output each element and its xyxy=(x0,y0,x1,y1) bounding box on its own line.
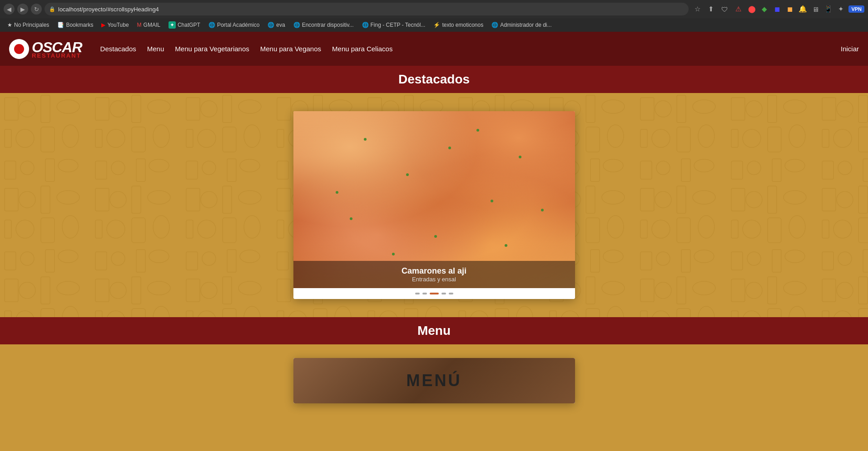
logo-text-group: OSCAR RESTAURANT xyxy=(32,39,82,59)
star-icon: ★ xyxy=(7,22,12,28)
bookmark-label: Administrador de di... xyxy=(500,22,551,28)
site-content: OSCAR RESTAURANT Destacados Menu Menu pa… xyxy=(0,32,868,417)
alert-icon[interactable]: ⚠ xyxy=(732,3,744,15)
gmail-icon: M xyxy=(137,22,142,28)
nav-menu[interactable]: Menu xyxy=(147,45,164,53)
ext-phone[interactable]: 📱 xyxy=(822,3,834,15)
back-button[interactable]: ◀ xyxy=(4,4,15,15)
herb-dot xyxy=(392,253,395,255)
bookmark-label: GMAIL xyxy=(144,22,160,28)
bookmark-label: Portal Académico xyxy=(217,22,259,28)
ext-green[interactable]: ◆ xyxy=(759,3,770,15)
address-bar[interactable]: 🔒 localhost/proyecto/#scrollspyHeading4 xyxy=(45,3,689,15)
carousel-caption: Camarones al aji Entradas y ensal xyxy=(293,261,575,288)
ext-monitor[interactable]: 🖥 xyxy=(809,3,821,15)
herb-dot xyxy=(406,173,409,176)
browser-topbar: ◀ ▶ ↻ 🔒 localhost/proyecto/#scrollspyHea… xyxy=(0,0,868,18)
bookmark-label: eva xyxy=(276,22,285,28)
reload-button[interactable]: ↻ xyxy=(31,4,42,15)
fing-icon: 🌐 xyxy=(362,22,369,28)
bookmark-label: Bookmarks xyxy=(66,22,93,28)
herb-dot xyxy=(491,200,493,202)
ext-orange[interactable]: ◼ xyxy=(784,3,796,15)
bookmark-youtube[interactable]: ▶ YouTube xyxy=(98,21,132,29)
herb-dot xyxy=(519,156,521,158)
lock-icon: 🔒 xyxy=(49,6,55,12)
ext-red[interactable]: ⬤ xyxy=(746,3,758,15)
browser-chrome: ◀ ▶ ↻ 🔒 localhost/proyecto/#scrollspyHea… xyxy=(0,0,868,32)
herb-dot xyxy=(541,209,544,211)
bookmark-no-principales[interactable]: ★ No Principales xyxy=(4,21,53,29)
herb-dot xyxy=(476,129,479,132)
herb-dot xyxy=(364,138,367,141)
bookmark-label: Fing - CETP - Tecnól... xyxy=(371,22,426,28)
bookmark-bookmarks[interactable]: 📑 Bookmarks xyxy=(54,21,97,29)
menu-header: Menu xyxy=(0,317,868,344)
destacados-bg: Camarones al aji Entradas y ensal xyxy=(0,93,868,317)
chatgpt-icon: ✦ xyxy=(169,21,176,29)
portal-icon: 🌐 xyxy=(208,22,215,28)
carousel-image: Camarones al aji Entradas y ensal xyxy=(293,111,575,288)
logo-area: OSCAR RESTAURANT xyxy=(9,39,82,59)
texto-icon: ⚡ xyxy=(433,22,440,28)
carousel-dot-2[interactable] xyxy=(422,293,427,294)
bookmark-gmail[interactable]: M GMAIL xyxy=(134,21,164,29)
eva-icon: 🌐 xyxy=(268,22,274,28)
menu-card-image: MENÚ xyxy=(293,358,575,403)
nav-destacados[interactable]: Destacados xyxy=(100,45,136,53)
carousel-dot-3[interactable] xyxy=(430,293,439,294)
nav-celiacos[interactable]: Menu para Celiacos xyxy=(332,45,392,53)
ext-star2[interactable]: ✦ xyxy=(835,3,847,15)
encontrar-icon: 🌐 xyxy=(293,22,300,28)
url-text: localhost/proyecto/#scrollspyHeading4 xyxy=(58,6,159,13)
herb-dot xyxy=(336,191,338,194)
destacados-title: Destacados xyxy=(0,72,868,87)
bookmark-chatgpt[interactable]: ✦ ChatGPT xyxy=(165,20,204,29)
ext-bell[interactable]: 🔔 xyxy=(797,3,808,15)
bookmark-button[interactable]: ☆ xyxy=(691,3,703,15)
carousel-dot-4[interactable] xyxy=(441,293,446,294)
bookmark-eva[interactable]: 🌐 eva xyxy=(264,21,288,29)
bookmark-label: ChatGPT xyxy=(178,22,200,28)
carousel-dot-1[interactable] xyxy=(415,293,420,294)
forward-button[interactable]: ▶ xyxy=(17,4,28,15)
carousel-dots xyxy=(293,288,575,299)
herb-dot xyxy=(448,147,451,149)
bookmark-label: texto emoticonos xyxy=(442,22,483,28)
bookmark-label: Encontrar dispositiv... xyxy=(302,22,354,28)
shield-icon[interactable]: 🛡 xyxy=(719,3,730,15)
bookmark-fing[interactable]: 🌐 Fing - CETP - Tecnól... xyxy=(358,21,429,29)
bookmark-portal[interactable]: 🌐 Portal Académico xyxy=(205,21,263,29)
vpn-badge[interactable]: VPN xyxy=(848,5,864,13)
herb-dot xyxy=(434,235,437,238)
bookmarks-icon: 📑 xyxy=(57,22,64,28)
dish-category: Entradas y ensal xyxy=(301,276,568,283)
extension-icons: ⬤ ◆ ◼ ◼ 🔔 🖥 📱 ✦ xyxy=(746,3,847,15)
browser-actions: ☆ ⬆ 🛡 ⚠ ⬤ ◆ ◼ ◼ 🔔 🖥 📱 ✦ VPN xyxy=(691,3,864,15)
share-button[interactable]: ⬆ xyxy=(705,3,717,15)
youtube-icon: ▶ xyxy=(101,22,105,28)
destacados-header: Destacados xyxy=(0,66,868,93)
logo-circle xyxy=(9,39,29,59)
bookmark-texto[interactable]: ⚡ texto emoticonos xyxy=(430,21,487,29)
site-navbar: OSCAR RESTAURANT Destacados Menu Menu pa… xyxy=(0,32,868,66)
bookmarks-bar: ★ No Principales 📑 Bookmarks ▶ YouTube M… xyxy=(0,18,868,32)
menu-bg: MENÚ xyxy=(0,344,868,417)
logo-restaurant: RESTAURANT xyxy=(32,52,82,59)
ext-blue[interactable]: ◼ xyxy=(771,3,783,15)
bookmark-admin[interactable]: 🌐 Administrador de di... xyxy=(488,21,555,29)
nav-veganos[interactable]: Menu para Veganos xyxy=(260,45,321,53)
menu-card-title: MENÚ xyxy=(407,371,462,390)
carousel-card: Camarones al aji Entradas y ensal xyxy=(293,111,575,299)
logo-circle-inner xyxy=(14,44,24,54)
carousel-dot-5[interactable] xyxy=(449,293,453,294)
herb-dot xyxy=(350,217,352,220)
nav-vegetarianos[interactable]: Menu para Vegetarianos xyxy=(175,45,249,53)
menu-title: Menu xyxy=(0,324,868,338)
dish-name: Camarones al aji xyxy=(301,266,568,276)
bookmark-label: YouTube xyxy=(107,22,129,28)
menu-card: MENÚ xyxy=(293,358,575,403)
admin-icon: 🌐 xyxy=(491,22,498,28)
bookmark-encontrar[interactable]: 🌐 Encontrar dispositiv... xyxy=(290,21,357,29)
nav-iniciar[interactable]: Iniciar xyxy=(841,45,859,53)
